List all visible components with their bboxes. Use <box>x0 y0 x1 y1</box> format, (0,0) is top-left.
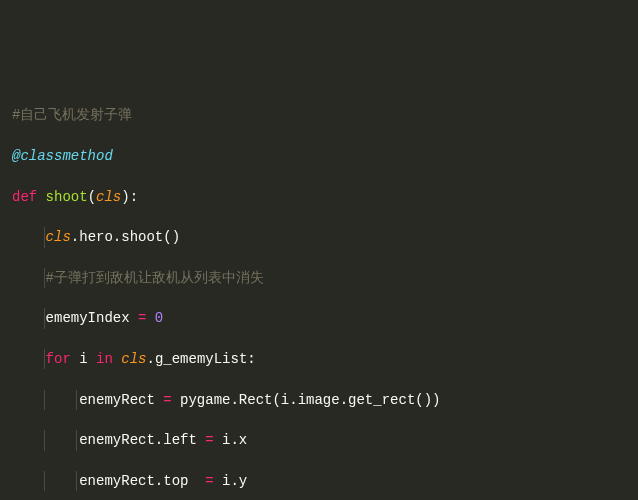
text: i.y <box>214 473 248 489</box>
text: i <box>71 351 96 367</box>
self: cls <box>121 351 146 367</box>
code-line: #子弹打到敌机让敌机从列表中消失 <box>12 268 638 288</box>
text: ememyIndex <box>46 310 138 326</box>
code-line: @classmethod <box>12 146 638 166</box>
keyword: in <box>96 351 113 367</box>
operator: = <box>205 432 213 448</box>
operator: = <box>205 473 213 489</box>
text <box>113 351 121 367</box>
text <box>146 310 154 326</box>
code-line: ememyIndex = 0 <box>12 308 638 328</box>
code-line: enemyRect.left = i.x <box>12 430 638 450</box>
code-line: enemyRect = pygame.Rect(i.image.get_rect… <box>12 390 638 410</box>
text: i.x <box>214 432 248 448</box>
comment: #子弹打到敌机让敌机从列表中消失 <box>46 270 264 286</box>
operator: = <box>163 392 171 408</box>
code-line: enemyRect.top = i.y <box>12 471 638 491</box>
number: 0 <box>155 310 163 326</box>
text: .g_ememyList: <box>146 351 255 367</box>
code-line: for i in cls.g_ememyList: <box>12 349 638 369</box>
code-line: def shoot(cls): <box>12 187 638 207</box>
text: ): <box>121 189 138 205</box>
function-name: shoot <box>46 189 88 205</box>
text: .hero.shoot() <box>71 229 180 245</box>
text: enemyRect <box>79 392 163 408</box>
param: cls <box>96 189 121 205</box>
comment: #自己飞机发射子弹 <box>12 107 132 123</box>
code-line: #自己飞机发射子弹 <box>12 105 638 125</box>
self: cls <box>46 229 71 245</box>
decorator: @classmethod <box>12 148 113 164</box>
keyword: def <box>12 189 46 205</box>
code-editor[interactable]: #自己飞机发射子弹 @classmethod def shoot(cls): c… <box>12 85 638 500</box>
text: enemyRect.top <box>79 473 205 489</box>
text: pygame.Rect(i.image.get_rect()) <box>172 392 441 408</box>
code-line: cls.hero.shoot() <box>12 227 638 247</box>
keyword: for <box>46 351 71 367</box>
text: enemyRect.left <box>79 432 205 448</box>
text: ( <box>88 189 96 205</box>
